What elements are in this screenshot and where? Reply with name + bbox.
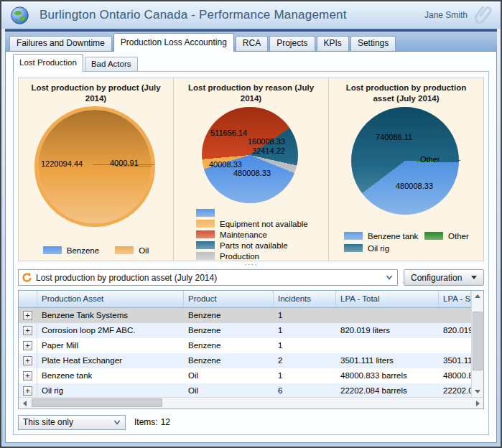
tab-page: Lost ProductionBad Actors Lost productio…: [5, 51, 497, 443]
column-header-product[interactable]: Product: [184, 291, 274, 307]
arrow-up-icon: [475, 294, 480, 298]
table-row[interactable]: +Paper MillBenzene1: [19, 338, 471, 353]
scroll-right-button[interactable]: [472, 398, 483, 409]
vertical-scroll-thumb[interactable]: [473, 312, 483, 370]
chart-title: Lost production by product (July 2014): [22, 81, 169, 106]
chart-panel-product: Lost production by product (July 2014) 1…: [18, 78, 174, 261]
tab-projects[interactable]: Projects: [269, 36, 315, 51]
expand-button[interactable]: +: [23, 371, 32, 381]
subtab-lost-production[interactable]: Lost Production: [13, 54, 83, 72]
tab-settings[interactable]: Settings: [350, 36, 396, 51]
pie-chart-reason: [202, 107, 298, 203]
splitter-grip[interactable]: ····: [18, 261, 484, 269]
items-value: 12: [161, 417, 170, 427]
table-row[interactable]: +Benzene tankOil148000.833 barrels48000.…: [19, 368, 471, 383]
arrow-left-icon: [23, 401, 27, 406]
table-cell: [336, 338, 439, 353]
expand-button[interactable]: +: [23, 386, 32, 396]
table-row[interactable]: +Oil rigOil622202.084 barrels22202.084 b…: [19, 383, 471, 397]
table-main: Production AssetProductIncidentsLPA - To…: [19, 291, 471, 397]
table-cell: 820.019 liters: [336, 323, 439, 338]
column-header-lpa-sch[interactable]: LPA - Sch: [439, 291, 471, 307]
tab-kpis[interactable]: KPIs: [317, 36, 349, 51]
chevron-down-icon: [113, 420, 121, 425]
legend-swatch: [344, 244, 363, 252]
chart-title: Lost production by reason (July 2014): [177, 81, 325, 106]
horizontal-scroll-thumb[interactable]: [32, 398, 162, 407]
pie-area: 511656.14 160008.33 32414.22 40008.33 48…: [177, 106, 325, 207]
table-cell: 1: [274, 368, 336, 383]
legend-item-other: Other: [424, 230, 480, 241]
table-cell: 3501.111 liters: [439, 353, 471, 368]
legend-item-oil: Oil: [115, 245, 149, 256]
pie-label: 4000.91: [110, 159, 139, 167]
vertical-scroll-track[interactable]: [472, 302, 483, 386]
table-cell: 22202.084 barrels: [439, 383, 471, 397]
legend-label: Production: [220, 252, 259, 261]
main-tabstrip: Failures and DowntimeProduction Loss Acc…: [5, 32, 497, 51]
selector-row: Lost production by production asset (Jul…: [18, 269, 484, 286]
pie-label: 32414.22: [252, 146, 285, 155]
chart-selector-combobox[interactable]: Lost production by production asset (Jul…: [18, 269, 398, 286]
refresh-icon: [22, 272, 32, 283]
table-cell: 1: [274, 338, 336, 353]
scroll-up-button[interactable]: [472, 291, 483, 302]
column-header-lpa-total[interactable]: LPA - Total: [336, 291, 439, 307]
tab-failures-and-downtime[interactable]: Failures and Downtime: [9, 36, 112, 51]
table-cell: [336, 308, 439, 323]
globe-icon: [10, 6, 29, 25]
pie-label: 40008.33: [209, 160, 242, 169]
chart-panel-asset: Lost production by production asset (Jul…: [329, 78, 484, 261]
site-filter-dropdown[interactable]: This site only: [18, 415, 126, 430]
lost-production-page: Lost production by product (July 2014) 1…: [13, 71, 489, 435]
legend-swatch: [196, 241, 215, 249]
table-cell: [439, 308, 471, 323]
legend-label: Benzene: [67, 246, 99, 255]
legend-label: Oil: [139, 246, 149, 255]
horizontal-scrollbar[interactable]: [19, 397, 483, 409]
legend-label: Oil rig: [368, 244, 389, 253]
legend-label: Benzene tank: [368, 232, 418, 241]
scroll-left-button[interactable]: [19, 398, 30, 409]
legend-swatch: [43, 246, 62, 254]
legend-item-maintenance: Maintenance: [196, 229, 325, 240]
legend-swatch: [344, 232, 363, 240]
column-header-production-asset[interactable]: Production Asset: [37, 291, 184, 307]
table-row[interactable]: +Benzene Tank SystemsBenzene1: [19, 308, 471, 323]
expand-button[interactable]: +: [23, 326, 32, 335]
table-cell: Corrosion loop 2MF ABC.: [37, 323, 184, 338]
column-header-expander[interactable]: [19, 291, 37, 307]
legend-swatch: [196, 220, 215, 228]
table-cell: 48000.833 barrels: [336, 368, 439, 383]
table-cell: 820.019 liters: [439, 323, 471, 338]
legend-item-benzene-tank: Benzene tank: [344, 230, 424, 241]
expand-button[interactable]: +: [23, 356, 32, 365]
callout-line: [445, 160, 460, 161]
table-row[interactable]: +Plate Heat ExchangerBenzene23501.111 li…: [19, 353, 471, 368]
table-footer: This site only Items: 12: [18, 414, 484, 431]
tab-rca[interactable]: RCA: [236, 36, 268, 51]
pie-area: 1220094.44 4000.91: [22, 106, 169, 242]
title-bar: Burlington Ontario Canada - Performance …: [1, 1, 501, 29]
expand-button[interactable]: +: [23, 341, 32, 350]
configuration-button-label: Configuration: [411, 273, 462, 283]
expander-cell: +: [19, 353, 37, 368]
subtab-bad-actors[interactable]: Bad Actors: [85, 57, 138, 71]
table-row[interactable]: +Corrosion loop 2MF ABC.Benzene1820.019 …: [19, 323, 471, 338]
legend-item-oil-rig: Oil rig: [344, 243, 424, 253]
table-cell: [439, 338, 471, 353]
legend-label: Parts not available: [220, 241, 288, 250]
pie-area: 740086.11 Other 480008.33: [333, 106, 480, 230]
configuration-button[interactable]: Configuration: [404, 269, 484, 286]
scroll-down-button[interactable]: [472, 386, 483, 397]
column-header-incidents[interactable]: Incidents: [274, 291, 336, 307]
horizontal-scroll-track[interactable]: [30, 398, 472, 409]
table-cell: 22202.084 barrels: [336, 383, 439, 397]
vertical-scrollbar[interactable]: [471, 291, 483, 397]
tab-production-loss-accounting[interactable]: Production Loss Accounting: [113, 33, 234, 52]
legend-item-equipment-not-available: Equipment not available: [196, 218, 325, 229]
site-filter-value: This site only: [23, 417, 73, 427]
legend-swatch: [196, 230, 215, 238]
expand-button[interactable]: +: [23, 311, 32, 320]
legend-label: Equipment not available: [220, 220, 308, 228]
